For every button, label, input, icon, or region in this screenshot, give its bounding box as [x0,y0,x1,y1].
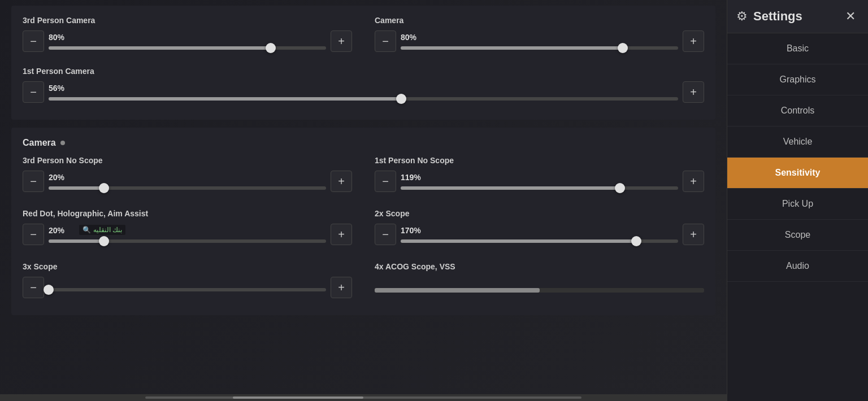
red-dot-label: Red Dot, Holographic, Aim Assist [23,209,352,218]
first-no-scope-plus-btn[interactable]: + [683,171,704,192]
camera-thumb[interactable] [618,43,628,53]
first-person-camera-slider-row: − 56% + [23,81,704,103]
close-button[interactable]: ✕ [842,8,859,25]
third-person-camera-track[interactable] [49,46,326,50]
first-person-camera-group: 1st Person Camera − 56% + [23,67,704,103]
first-no-scope-group: 1st Person No Scope − 119% + [375,156,704,192]
scope-2x-track[interactable] [401,239,678,243]
red-dot-plus-btn[interactable]: + [331,224,352,245]
third-no-scope-value: 20% [49,173,326,182]
camera-label: Camera [375,16,704,25]
nav-item-vehicle[interactable]: Vehicle [727,127,868,158]
first-no-scope-wrapper: 119% [401,173,678,190]
red-dot-wrapper: 20% [49,226,326,243]
camera-plus-btn[interactable]: + [683,30,704,52]
first-person-camera-thumb[interactable] [396,94,406,104]
nav-item-basic[interactable]: Basic [727,33,868,64]
scope-2x-thumb[interactable] [631,236,641,246]
red-dot-thumb[interactable] [99,236,109,246]
settings-sidebar: ⚙ Settings ✕ Basic Graphics Controls Veh… [727,0,868,401]
red-dot-row: − 20% + [23,224,352,245]
nav-item-audio[interactable]: Audio [727,251,868,282]
scope-3x-minus-btn[interactable]: − [23,277,44,298]
settings-header: ⚙ Settings ✕ [727,0,868,33]
camera-track[interactable] [401,46,678,50]
third-no-scope-label: 3rd Person No Scope [23,156,352,165]
nav-item-pickup[interactable]: Pick Up [727,189,868,220]
nav-item-controls[interactable]: Controls [727,95,868,127]
scope-2x-group: 2x Scope − 170% + [375,209,704,245]
horizontal-scrollbar[interactable] [0,394,727,401]
camera-slider-wrapper: 80% [401,33,678,50]
gear-icon: ⚙ [736,9,748,24]
red-dot-track[interactable] [49,239,326,243]
first-no-scope-thumb[interactable] [615,183,625,193]
first-person-camera-label: 1st Person Camera [23,67,704,76]
scope-4x-group: 4x ACOG Scope, VSS [375,262,704,298]
third-no-scope-track[interactable] [49,186,326,190]
scope-3x-label: 3x Scope [23,262,352,271]
scope-4x-row [375,277,704,293]
scope-4x-label: 4x ACOG Scope, VSS [375,262,704,271]
scope-2x-plus-btn[interactable]: + [683,224,704,245]
third-person-camera-thumb[interactable] [266,43,276,53]
red-dot-value: 20% [49,226,326,235]
scope-3x-wrapper [49,284,326,291]
scope-3x-track[interactable] [49,288,326,291]
scope-2x-fill [401,239,636,243]
third-no-scope-wrapper: 20% [49,173,326,190]
third-person-camera-minus-btn[interactable]: − [23,30,44,52]
third-no-scope-thumb[interactable] [99,183,109,193]
nav-item-sensitivity[interactable]: Sensitivity [727,158,868,189]
first-person-camera-slider-wrapper: 56% [49,84,678,101]
third-person-camera-value: 80% [49,33,326,42]
scope-3x-thumb[interactable] [44,285,54,295]
camera-minus-btn[interactable]: − [375,30,396,52]
first-person-camera-value: 56% [49,84,678,93]
first-no-scope-minus-btn[interactable]: − [375,171,396,192]
main-content: 3rd Person Camera − 80% + [0,0,727,401]
camera-value: 80% [401,33,678,42]
nav-item-graphics[interactable]: Graphics [727,64,868,95]
third-no-scope-plus-btn[interactable]: + [331,171,352,192]
first-person-camera-plus-btn[interactable]: + [683,81,704,103]
camera-section-title: Camera [23,138,704,148]
scope-2x-wrapper: 170% [401,226,678,243]
first-no-scope-fill [401,186,620,190]
first-person-camera-track[interactable] [49,97,678,101]
scope-2x-row: − 170% + [375,224,704,245]
first-person-camera-minus-btn[interactable]: − [23,81,44,103]
third-no-scope-group: 3rd Person No Scope − 20% + [23,156,352,192]
red-dot-minus-btn[interactable]: − [23,224,44,245]
red-dot-group: Red Dot, Holographic, Aim Assist − 20% + [23,209,352,245]
third-no-scope-row: − 20% + [23,171,352,192]
third-person-camera-group: 3rd Person Camera − 80% + [23,16,352,52]
first-no-scope-row: − 119% + [375,171,704,192]
camera-group: Camera − 80% + [375,16,704,52]
third-no-scope-fill [49,186,104,190]
scope-3x-plus-btn[interactable]: + [331,277,352,298]
camera-slider-row: − 80% + [375,30,704,52]
third-person-camera-label: 3rd Person Camera [23,16,352,25]
third-person-camera-slider-row: − 80% + [23,30,352,52]
scroll-area[interactable]: 3rd Person Camera − 80% + [0,0,727,401]
scroll-bar-horizontal [145,396,581,399]
scope-2x-minus-btn[interactable]: − [375,224,396,245]
first-no-scope-track[interactable] [401,186,678,190]
camera-sensitivity-section: 3rd Person Camera − 80% + [11,6,715,120]
scope-2x-value: 170% [401,226,678,235]
third-person-camera-slider-wrapper: 80% [49,33,326,50]
camera-section-title-text: Camera [23,138,56,148]
settings-title: Settings [753,9,836,24]
third-person-camera-plus-btn[interactable]: + [331,30,352,52]
third-no-scope-minus-btn[interactable]: − [23,171,44,192]
scope-4x-track-partial[interactable] [375,288,704,293]
camera-fill [401,46,623,50]
scope-4x-fill-partial [375,288,540,293]
scroll-bar-thumb[interactable] [233,396,363,399]
camera-section-card: Camera 3rd Person No Scope − 20% [11,128,715,315]
scope-3x-group: 3x Scope − + [23,262,352,298]
scope-2x-label: 2x Scope [375,209,704,218]
first-no-scope-value: 119% [401,173,678,182]
nav-item-scope[interactable]: Scope [727,220,868,251]
